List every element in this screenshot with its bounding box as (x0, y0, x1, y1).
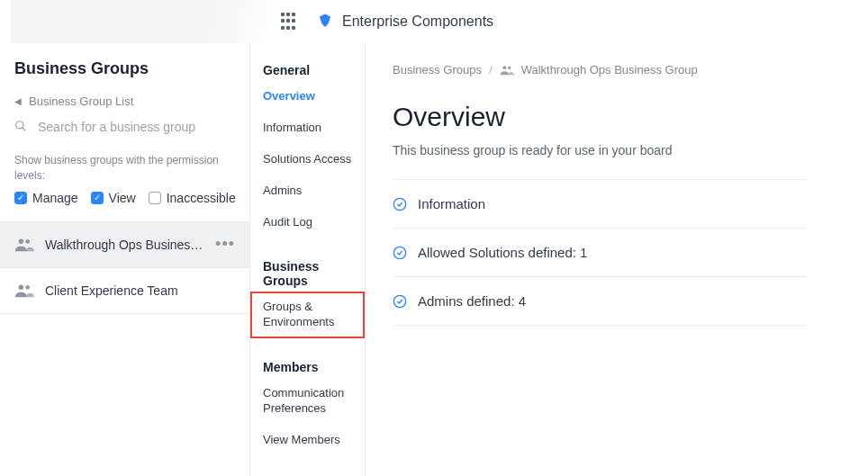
checkbox-checked-icon: ✓ (14, 192, 27, 204)
nav-section-general: General (250, 63, 365, 81)
overview-card-admins-defined[interactable]: Admins defined: 4 (393, 277, 807, 326)
nav-item-view-members[interactable]: View Members (250, 425, 365, 456)
nav-item-audit-log[interactable]: Audit Log (250, 207, 365, 238)
search-input[interactable] (36, 119, 216, 135)
filter-manage-label: Manage (32, 191, 78, 205)
card-label: Admins defined: 4 (418, 293, 526, 309)
svg-point-10 (393, 295, 405, 307)
people-icon (500, 65, 514, 76)
svg-point-0 (16, 121, 23, 128)
filter-view-checkbox[interactable]: ✓ View (91, 191, 136, 205)
svg-line-1 (23, 127, 26, 130)
page-title: Overview (393, 102, 868, 132)
svg-point-8 (393, 198, 405, 210)
checkbox-unchecked-icon: ✓ (149, 192, 161, 204)
apps-grid-icon[interactable] (281, 13, 299, 31)
left-panel: Business Groups ◀ Business Group List Sh… (0, 43, 250, 476)
filters-label: Show business groups with the permission… (14, 153, 235, 184)
main-content: Business Groups / Walkthrough Ops Busine… (366, 43, 868, 476)
svg-point-9 (393, 247, 405, 258)
card-label: Allowed Solutions defined: 1 (418, 245, 587, 260)
overview-card-allowed-solutions[interactable]: Allowed Solutions defined: 1 (393, 229, 807, 277)
nav-item-overview[interactable]: Overview (250, 81, 365, 112)
business-group-label: Walkthrough Ops Business … (45, 238, 204, 252)
filter-inaccessible-checkbox[interactable]: ✓ Inaccessible (149, 191, 236, 205)
svg-point-7 (508, 66, 511, 68)
breadcrumb-root[interactable]: Business Groups (393, 63, 482, 76)
filter-view-label: View (109, 191, 136, 205)
people-icon (14, 238, 34, 252)
checkbox-checked-icon: ✓ (91, 192, 104, 204)
svg-point-4 (19, 284, 23, 290)
more-icon[interactable]: ••• (215, 235, 235, 254)
overview-card-information[interactable]: Information (393, 179, 807, 229)
chevron-left-icon: ◀ (14, 96, 22, 106)
page-subtitle: This business group is ready for use in … (393, 143, 868, 157)
business-group-item[interactable]: Client Experience Team (0, 268, 249, 313)
search-row (14, 119, 235, 135)
check-circle-icon (393, 294, 407, 309)
breadcrumb-separator: / (489, 63, 493, 76)
business-group-item[interactable]: Walkthrough Ops Business … ••• (0, 222, 249, 267)
filter-inaccessible-label: Inaccessible (167, 191, 236, 205)
nav-item-communication-preferences[interactable]: Communication Preferences (250, 378, 365, 425)
svg-point-3 (25, 239, 30, 244)
search-icon (14, 120, 27, 135)
topbar-shade (11, 0, 281, 43)
nav-section-business-groups: Business Groups (250, 259, 365, 292)
check-circle-icon (393, 246, 407, 260)
nav-item-admins[interactable]: Admins (250, 175, 365, 207)
nav-item-solutions-access[interactable]: Solutions Access (250, 144, 365, 175)
nav-item-groups-environments[interactable]: Groups & Environments (250, 292, 365, 338)
top-bar: Enterprise Components (0, 0, 868, 43)
left-panel-title: Business Groups (14, 59, 235, 78)
nav-section-members: Members (250, 360, 365, 378)
back-link[interactable]: ◀ Business Group List (14, 94, 235, 108)
check-circle-icon (393, 197, 407, 211)
nav-item-information[interactable]: Information (250, 112, 365, 144)
filter-manage-checkbox[interactable]: ✓ Manage (14, 191, 78, 205)
svg-point-5 (25, 285, 30, 290)
app-title: Enterprise Components (342, 13, 493, 30)
svg-point-6 (502, 66, 506, 69)
business-group-label: Client Experience Team (45, 283, 235, 298)
people-icon (14, 283, 34, 298)
breadcrumb: Business Groups / Walkthrough Ops Busine… (393, 63, 868, 76)
back-label: Business Group List (29, 94, 133, 108)
breadcrumb-current: Walkthrough Ops Business Group (521, 63, 698, 76)
brand-icon (317, 13, 333, 31)
secondary-nav: General Overview Information Solutions A… (250, 43, 366, 476)
svg-point-2 (19, 238, 23, 244)
card-label: Information (418, 196, 485, 211)
